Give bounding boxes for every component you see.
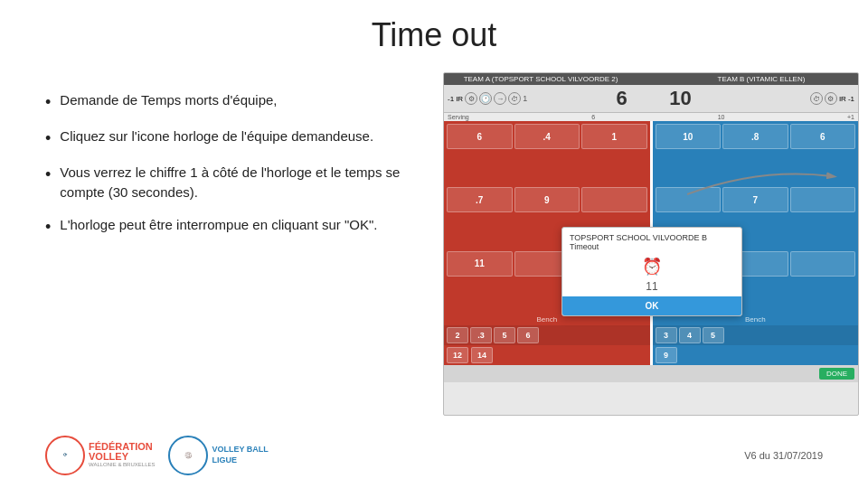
timeout-dialog-clock-icon: ⏰ [562, 253, 741, 280]
ligue-sub: LIGUE [212, 455, 268, 466]
player-right-1[interactable]: 10 [656, 124, 722, 149]
player-left-6[interactable] [581, 187, 647, 212]
bench-right-3[interactable]: 5 [703, 327, 724, 343]
bench-label-right: Bench [653, 315, 859, 325]
federation-logo-circle: ⟳ [45, 436, 85, 475]
footer-logos: ⟳ FÉDÉRATION VOLLEY WALLONIE & BRUXELLES… [45, 436, 269, 475]
bell-icon-left[interactable]: ⏱ [508, 92, 521, 105]
sb-row-info: Serving 6 10 +1 [444, 113, 858, 121]
bench-row-right: 3 4 5 [653, 325, 859, 345]
ligue-logo: 🏐 VOLLEY BALL LIGUE [168, 436, 268, 475]
bullet-text-2: Cliquez sur l'icone horloge de l'équipe … [60, 127, 373, 146]
scoreboard: TEAM A (TOPSPORT SCHOOL VILVOORDE 2) TEA… [443, 72, 859, 416]
gear-icon-left[interactable]: ⚙ [465, 92, 477, 105]
footer: ⟳ FÉDÉRATION VOLLEY WALLONIE & BRUXELLES… [0, 428, 868, 475]
bullet-dot-1: • [45, 90, 51, 114]
player-left-3[interactable]: 1 [581, 124, 647, 149]
player-left-1[interactable]: 6 [447, 124, 513, 149]
serving-label: Serving [448, 114, 469, 120]
player-left-2[interactable]: .4 [514, 124, 580, 149]
set-scores-right: ⏱ ⚙ IR -1 [708, 92, 855, 105]
bottom-left-2[interactable]: 14 [471, 347, 493, 363]
main-content: • Demande de Temps morts d'équipe, • Cli… [0, 63, 868, 425]
bench-left-3[interactable]: 5 [494, 327, 515, 343]
player-left-7[interactable]: 11 [447, 251, 513, 277]
federation-logo: ⟳ FÉDÉRATION VOLLEY WALLONIE & BRUXELLES [45, 436, 155, 475]
bottom-left-1[interactable]: 12 [447, 347, 468, 363]
bottom-row-right: 9 [653, 345, 859, 365]
ir-label-right: IR [839, 95, 846, 103]
set-score-right-val: -1 [848, 95, 854, 103]
bullet-text-1: Demande de Temps morts d'équipe, [60, 90, 277, 110]
gear-icon-right[interactable]: ⚙ [825, 92, 837, 105]
sb-top-scores: -1 IR ⚙ 🕐 → ⏱ 1 6 10 ⏱ ⚙ IR -1 [444, 85, 858, 113]
bullet-text-3: Vous verrez le chiffre 1 à côté de l'hor… [60, 163, 425, 202]
bench-right-1[interactable]: 3 [656, 327, 677, 343]
bullet-item-1: • Demande de Temps morts d'équipe, [45, 90, 425, 114]
bullet-item-3: • Vous verrez le chiffre 1 à côté de l'h… [45, 163, 425, 202]
bench-left-2[interactable]: .3 [470, 327, 492, 343]
player-right-3[interactable]: 6 [790, 124, 856, 149]
clock-icon-right[interactable]: ⏱ [810, 92, 823, 105]
bench-label-left: Bench [444, 315, 650, 325]
bullet-item-4: • L'horloge peut être interrompue en cli… [45, 215, 425, 239]
main-score-left: 6 [595, 87, 649, 110]
clock-icon-left[interactable]: 🕐 [479, 92, 492, 105]
bullet-text-4: L'horloge peut être interrompue en cliqu… [60, 215, 377, 235]
footer-version: V6 du 31/07/2019 [744, 450, 823, 461]
bullet-item-2: • Cliquez sur l'icone horloge de l'équip… [45, 127, 425, 150]
federation-volley: VOLLEY [89, 452, 155, 462]
timeout-dialog: TOPSPORT SCHOOL VILVOORDE B Timeout ⏰ 11… [561, 227, 742, 316]
ligue-name: VOLLEY BALL [212, 445, 268, 455]
sb-header: TEAM A (TOPSPORT SCHOOL VILVOORDE 2) TEA… [444, 73, 858, 85]
page-title: Time out [0, 0, 868, 63]
timeout-dialog-count: 11 [562, 280, 741, 296]
ir-label-left: IR [456, 95, 463, 103]
bench-left-4[interactable]: 6 [517, 327, 539, 343]
team-left-name: TEAM A (TOPSPORT SCHOOL VILVOORDE 2) [448, 75, 633, 83]
timeout-dialog-title: TOPSPORT SCHOOL VILVOORDE B Timeout [562, 228, 741, 253]
score-right-display: 10 [718, 114, 725, 120]
bullet-dot-3: • [45, 163, 51, 186]
team-right-name: TEAM B (VITAMIC ELLEN) [669, 75, 854, 83]
scoreboard-area: TEAM A (TOPSPORT SCHOOL VILVOORDE 2) TEA… [443, 72, 859, 425]
ligue-logo-circle: 🏐 [168, 436, 208, 475]
set-score-left-val: -1 [448, 95, 454, 103]
bottom-row-left: 12 14 [444, 345, 650, 365]
arrow-icon-left[interactable]: → [494, 92, 506, 105]
timeout-dialog-ok-button[interactable]: OK [562, 296, 741, 315]
arrow-indicator [687, 167, 850, 221]
player-left-4[interactable]: .7 [447, 187, 513, 212]
main-score-right: 10 [654, 87, 708, 110]
bullet-dot-4: • [45, 215, 51, 239]
federation-sub: WALLONIE & BRUXELLES [89, 462, 155, 468]
done-button[interactable]: DONE [819, 368, 854, 380]
bench-left-1[interactable]: 2 [447, 327, 468, 343]
spacer: +1 [847, 114, 854, 120]
bench-right-2[interactable]: 4 [679, 327, 701, 343]
player-right-9[interactable] [790, 251, 856, 277]
set-scores-left: -1 IR ⚙ 🕐 → ⏱ 1 [448, 92, 595, 105]
bullet-list: • Demande de Temps morts d'équipe, • Cli… [45, 72, 425, 425]
player-right-2[interactable]: .8 [722, 124, 788, 149]
score-mid-display: 6 [591, 114, 595, 120]
sb-bottom: DONE [444, 365, 858, 382]
player-left-5[interactable]: 9 [514, 187, 580, 212]
sb-header-mid [633, 75, 669, 83]
bottom-right-1[interactable]: 9 [656, 347, 677, 363]
bullet-dot-2: • [45, 127, 51, 150]
bench-row-left: 2 .3 5 6 [444, 325, 650, 345]
